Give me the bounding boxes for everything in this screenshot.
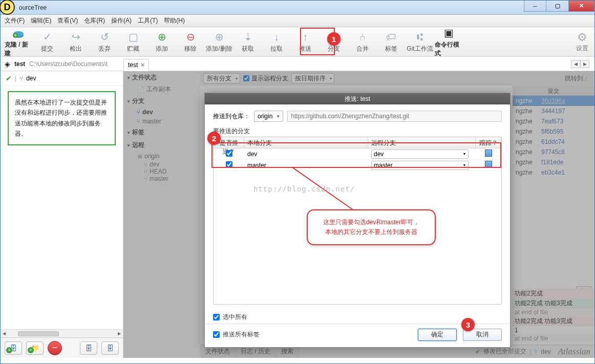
local-branch-name: master bbox=[244, 162, 368, 169]
window-maximize-button[interactable]: ▢ bbox=[546, 1, 569, 12]
push-tags-checkbox[interactable]: 推送所有标签 bbox=[213, 330, 260, 339]
pull-icon: ↓ bbox=[270, 30, 283, 44]
menu-actions[interactable]: 操作(A) bbox=[111, 16, 132, 25]
menu-edit[interactable]: 编辑(E) bbox=[31, 16, 51, 25]
remove-button[interactable]: − bbox=[48, 341, 62, 355]
tb-pull[interactable]: ↓拉取 bbox=[263, 28, 290, 55]
col-local-header: 本地分支 bbox=[244, 137, 368, 148]
svg-text:+: + bbox=[13, 32, 17, 39]
branch-row-dev[interactable]: dev dev bbox=[214, 148, 501, 160]
close-tab-icon[interactable]: × bbox=[141, 61, 144, 69]
discard-icon: ↺ bbox=[98, 30, 111, 44]
add-icon: ⊕ bbox=[155, 30, 168, 44]
merge-icon: ⑃ bbox=[356, 30, 369, 44]
tb-remove[interactable]: ⊖移除 bbox=[177, 28, 204, 55]
tb-add[interactable]: ⊕添加 bbox=[148, 28, 176, 55]
status-ok-icon: ✔ bbox=[6, 74, 12, 82]
repo-tab[interactable]: test × bbox=[123, 59, 149, 71]
addremove-icon: ⊕ bbox=[213, 30, 226, 44]
horizontal-scrollbar[interactable]: ◀ ▶ bbox=[1, 329, 123, 337]
menu-help[interactable]: 帮助(H) bbox=[164, 16, 185, 25]
tb-gitflow[interactable]: ⑆Git工作流 bbox=[406, 28, 434, 55]
gear-icon: ⚙ bbox=[577, 31, 587, 44]
bookmark-toolbar: 🗄+ 📁+ − 🗄 🗄 bbox=[1, 337, 123, 358]
col-remote-header: 远程分支 bbox=[368, 137, 476, 148]
left-panel: ✔ | ⑂ dev 虽然在本地进行了一次提交但是并没有和远程进行同步，还需要用推… bbox=[1, 71, 123, 358]
status-separator: | bbox=[15, 75, 16, 82]
window-minimize-button[interactable]: ─ bbox=[524, 1, 546, 12]
col-track-header: 跟踪？ bbox=[476, 137, 501, 148]
remote-repo-button[interactable]: 🗄 bbox=[101, 341, 119, 355]
repo-name: test bbox=[14, 60, 25, 68]
annotation-number-1: 1 bbox=[327, 32, 341, 46]
repo-icon: ◈ bbox=[5, 60, 10, 68]
menu-bar: 文件(F) 编辑(E) 查看(V) 仓库(R) 操作(A) 工具(T) 帮助(H… bbox=[1, 15, 594, 27]
add-folder-button[interactable]: 📁+ bbox=[26, 341, 44, 355]
callout-line1: 这里只需要勾选dev和master即可， bbox=[316, 218, 427, 227]
repo-path: C:\Users\zcube\Documents\t bbox=[29, 60, 108, 68]
tb-settings[interactable]: ⚙设置 bbox=[576, 31, 588, 53]
remote-branch-select[interactable]: dev bbox=[371, 149, 469, 159]
tb-fetch[interactable]: ⇣获取 bbox=[234, 28, 262, 55]
nav-next-button[interactable]: ▶ bbox=[580, 60, 589, 68]
commit-icon: ✓ bbox=[40, 30, 54, 44]
local-repo-button[interactable]: 🗄 bbox=[80, 341, 97, 355]
status-line: ✔ | ⑂ dev bbox=[1, 71, 123, 86]
database-icon: 🗄 bbox=[107, 344, 114, 352]
branch-row-master[interactable]: master master bbox=[214, 160, 501, 171]
push-icon: ↑ bbox=[299, 30, 312, 44]
window-close-button[interactable]: ✕ bbox=[569, 1, 594, 12]
remote-select[interactable]: origin bbox=[254, 111, 283, 122]
clone-icon: + bbox=[12, 26, 25, 39]
fetch-icon: ⇣ bbox=[241, 30, 254, 44]
tb-merge[interactable]: ⑃合并 bbox=[349, 28, 376, 55]
menu-repo[interactable]: 仓库(R) bbox=[84, 16, 105, 25]
path-bar: ◈ test C:\Users\zcube\Documents\t test ×… bbox=[1, 57, 594, 71]
menu-tools[interactable]: 工具(T) bbox=[138, 16, 158, 25]
annotation-number-3: 3 bbox=[461, 318, 475, 331]
toolbar: +克隆 / 新建 ✓提交 ↪检出 ↺丢弃 ▢贮藏 ⊕添加 ⊖移除 ⊕添加/删除 … bbox=[1, 27, 594, 57]
branches-group-label: 要推送的分支 bbox=[213, 127, 502, 136]
scroll-right-icon[interactable]: ▶ bbox=[116, 330, 123, 337]
remote-branch-select[interactable]: master bbox=[371, 161, 469, 170]
remove-icon: ⊖ bbox=[184, 30, 197, 44]
plus-badge-icon: + bbox=[6, 347, 12, 353]
track-indicator[interactable] bbox=[485, 161, 492, 168]
push-to-label: 推送到仓库： bbox=[213, 112, 250, 121]
annotation-number-2: 2 bbox=[207, 132, 221, 145]
track-indicator[interactable] bbox=[485, 149, 492, 157]
select-all-checkbox[interactable]: 选中所有 bbox=[213, 313, 502, 322]
tb-terminal[interactable]: ▣命令行模式 bbox=[435, 24, 462, 60]
nav-arrows: ◀ ▶ bbox=[571, 60, 589, 68]
tb-discard[interactable]: ↺丢弃 bbox=[91, 28, 118, 55]
window-title: ourceTree bbox=[19, 4, 47, 11]
branch-icon: ⑂ bbox=[19, 75, 23, 82]
tb-checkout[interactable]: ↪检出 bbox=[62, 28, 90, 55]
plus-badge-icon: + bbox=[28, 347, 34, 353]
annotation-callout: 这里只需要勾选dev和master即可， 本地的其它分支不要上传到服务器 bbox=[307, 209, 436, 245]
gitflow-icon: ⑆ bbox=[413, 30, 427, 44]
scroll-thumb[interactable] bbox=[18, 331, 59, 336]
callout-line2: 本地的其它分支不要上传到服务器 bbox=[316, 227, 427, 237]
remote-url: https://github.com/ZhengzhenZhang/test.g… bbox=[287, 111, 502, 122]
stash-icon: ▢ bbox=[126, 30, 140, 44]
current-branch: dev bbox=[26, 75, 36, 82]
menu-view[interactable]: 查看(V) bbox=[57, 16, 78, 25]
dialog-title: 推送: test bbox=[205, 93, 510, 104]
terminal-icon: ▣ bbox=[442, 26, 455, 39]
tb-addremove[interactable]: ⊕添加/删除 bbox=[205, 28, 233, 55]
tb-stash[interactable]: ▢贮藏 bbox=[119, 28, 147, 55]
push-master-checkbox[interactable] bbox=[226, 161, 232, 168]
tb-clone[interactable]: +克隆 / 新建 bbox=[5, 24, 32, 60]
nav-prev-button[interactable]: ◀ bbox=[571, 60, 580, 68]
tb-push[interactable]: ↑推送 bbox=[291, 28, 319, 55]
add-repo-button[interactable]: 🗄+ bbox=[5, 341, 22, 355]
ok-button[interactable]: 确定 bbox=[418, 329, 457, 341]
local-branch-name: dev bbox=[244, 151, 368, 158]
tb-commit[interactable]: ✓提交 bbox=[33, 28, 61, 55]
tag-icon: 🏷 bbox=[385, 30, 398, 44]
tb-tag[interactable]: 🏷标签 bbox=[377, 28, 405, 55]
push-dev-checkbox[interactable] bbox=[226, 150, 232, 157]
scroll-left-icon[interactable]: ◀ bbox=[1, 330, 8, 337]
repo-tab-label: test bbox=[128, 61, 138, 69]
